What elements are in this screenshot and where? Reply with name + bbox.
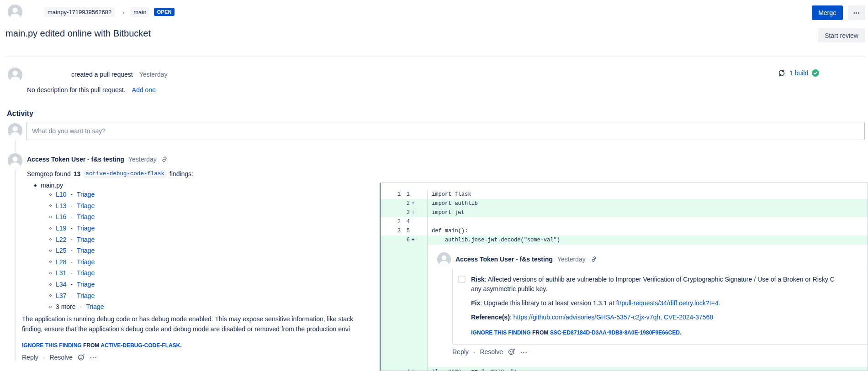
fix-line: Fix: Upgrade this library to at least ve… [471,298,868,308]
code-text: import flask [432,190,471,199]
source-branch-chip[interactable]: mainpy-1719939562682 [44,7,115,17]
comment-more-button[interactable]: ··· [520,349,528,355]
finding-triage-link[interactable]: Triage [77,236,95,243]
finding-line-link[interactable]: L16 [56,213,66,220]
diff-code-row[interactable]: 6 + authlib.jose.jwt.decode("some-val") [381,235,868,245]
finding-line-link[interactable]: L10 [56,191,66,198]
resolve-button[interactable]: Resolve [49,354,73,361]
circle-bullet-icon [49,306,52,308]
new-comment-input[interactable] [26,122,865,140]
finding-triage-link[interactable]: Triage [77,213,95,220]
reply-button[interactable]: Reply [452,348,469,355]
diff-rows: 1 1 import flask 2 + import authlib 3 + … [381,190,868,245]
old-line-number [381,368,401,371]
ignore-id-link[interactable]: SSC-ED87184D-D3AA-9DB8-8A0E-1980F9E66CED [550,329,680,336]
permalink-icon[interactable] [590,256,598,263]
finding-line-link[interactable]: L13 [56,202,66,209]
cve-link[interactable]: CVE-2024-37568 [664,314,713,321]
ignore-finding-line: IGNORE THIS FINDING FROM SSC-ED87184D-D3… [471,328,868,338]
start-review-button[interactable]: Start review [818,28,865,42]
finding-line-link[interactable]: L34 [56,281,66,288]
build-count-link[interactable]: 1 build [789,69,808,77]
finding-line-link[interactable]: L28 [56,258,66,266]
finding-triage-link[interactable]: Triage [86,303,104,310]
finding-triage-link[interactable]: Triage [77,247,95,254]
finding-count: 13 [74,170,81,178]
finding-checkbox[interactable] [458,276,466,283]
diff-marker: + [410,208,416,217]
diff-code-row[interactable]: 3 5 def main(): [381,226,868,235]
builds-refresh-icon [778,69,786,77]
comment-more-button[interactable]: ··· [90,354,97,361]
add-description-link[interactable]: Add one [132,86,156,94]
ignore-finding-link[interactable]: IGNORE THIS FINDING [471,329,531,336]
finding-line-link[interactable]: L19 [56,225,66,232]
finding-triage-link[interactable]: Triage [77,202,95,209]
circle-bullet-icon [49,227,52,230]
person-icon [8,123,22,138]
created-text: created a pull request [71,71,133,78]
references-line: Reference(s): https://github.com/advisor… [471,313,868,322]
new-line-number: 1 [401,190,410,199]
status-badge: OPEN [154,8,174,16]
resolve-button[interactable]: Resolve [480,348,503,355]
circle-bullet-icon [49,272,52,274]
code-text: import authlib [432,199,478,208]
diff-code-row[interactable]: 1 1 import flask [381,190,868,199]
comment-author-name[interactable]: Access Token User - f&s testing [27,156,124,163]
finding-triage-link[interactable]: Triage [77,292,95,299]
semgrep-summary-line: Semgrep found 13 active-debug-code-flask… [27,169,193,178]
add-reaction-icon[interactable] [77,353,85,361]
circle-bullet-icon [49,216,52,218]
finding-item: L19 - Triage [49,223,104,234]
comment-author-avatar[interactable] [8,153,22,168]
person-icon [8,5,22,19]
finding-triage-link[interactable]: Triage [77,258,95,266]
merge-button[interactable]: Merge [812,5,843,20]
finding-line-link[interactable]: L37 [56,292,66,299]
finding-triage-link[interactable]: Triage [77,269,95,277]
inline-comment-avatar[interactable] [437,252,451,266]
circle-bullet-icon [49,261,52,263]
reply-button[interactable]: Reply [22,354,38,361]
current-user-avatar [8,123,22,138]
pr-creator-avatar[interactable] [8,68,22,82]
person-icon [8,153,22,168]
person-icon [8,68,22,82]
circle-bullet-icon [49,193,52,196]
diff-code-row[interactable]: 2 4 [381,217,868,226]
circle-bullet-icon [49,250,52,252]
diff-code-row[interactable]: 2 + import authlib [381,199,868,208]
finding-item: L37 - Triage [49,290,104,301]
finding-line-link[interactable]: 3 more [56,303,76,310]
pr-author-avatar[interactable] [8,5,22,19]
finding-triage-link[interactable]: Triage [77,281,95,288]
diff-code-row-partial[interactable]: 7 + if __name__ == "__main__": [381,367,868,371]
inline-comment-header: Access Token User - f&s testing Yesterda… [437,252,598,266]
permalink-icon[interactable] [161,156,168,163]
ignore-finding-link[interactable]: IGNORE THIS FINDING [22,342,82,349]
thread-connector [15,170,16,361]
more-options-button[interactable]: ••• [848,5,865,20]
ignore-rule-link[interactable]: ACTIVE-DEBUG-CODE-FLASK [101,342,180,349]
finding-line-link[interactable]: L31 [56,269,66,277]
person-icon [437,252,451,266]
target-branch-chip[interactable]: main [130,7,149,17]
finding-item: L28 - Triage [49,256,104,268]
fix-link[interactable]: ft/pull-requests/34/diff:oetry.lock?t=4 [616,299,719,307]
add-reaction-icon[interactable] [508,348,516,356]
diff-code-row[interactable]: 3 + import jwt [381,208,868,217]
finding-triage-link[interactable]: Triage [77,191,95,198]
inline-comment-timestamp: Yesterday [557,256,586,263]
tab-bar-divider [5,57,866,57]
new-line-number: 6 [401,235,410,245]
advisory-link[interactable]: https://github.com/advisories/GHSA-5357-… [513,314,660,321]
diff-marker: + [410,235,416,245]
code-text: def main(): [432,226,468,235]
inline-comment-author[interactable]: Access Token User - f&s testing [455,256,553,263]
finding-line-link[interactable]: L25 [56,247,66,254]
file-name: main.py [41,182,63,189]
finding-triage-link[interactable]: Triage [77,225,95,232]
finding-line-link[interactable]: L22 [56,236,66,243]
finding-description: The application is running debug code or… [22,314,376,334]
